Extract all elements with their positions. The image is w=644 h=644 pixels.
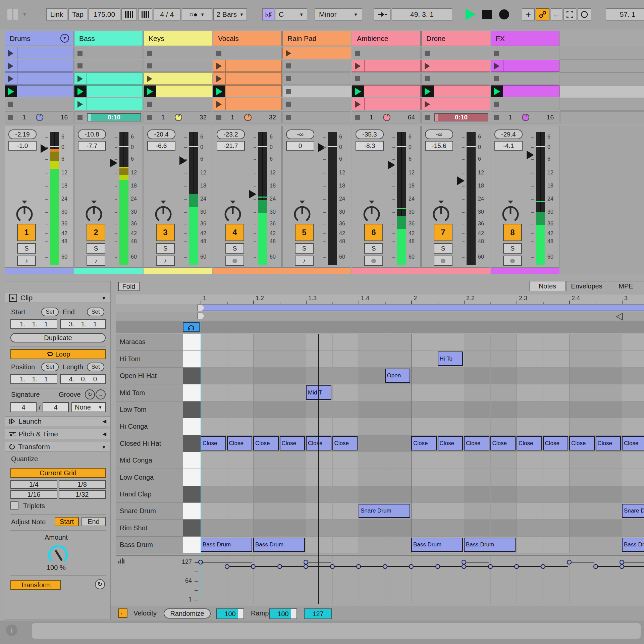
play-triangle-icon[interactable] — [8, 88, 14, 95]
clip-play-triangle-icon[interactable] — [8, 50, 13, 57]
back-to-arrangement-button[interactable]: ← — [551, 8, 562, 20]
collapse-triangle-icon[interactable]: ▼ — [101, 295, 106, 301]
midi-note[interactable]: Close — [201, 436, 226, 450]
clip-slot[interactable] — [421, 85, 490, 97]
tap-tempo-button[interactable]: Tap — [68, 8, 87, 20]
solo-button[interactable]: S — [17, 243, 36, 254]
level-meter[interactable] — [189, 132, 198, 265]
clip-slot[interactable] — [5, 85, 73, 97]
clip-play-triangle-icon[interactable] — [355, 101, 361, 108]
clip-slot[interactable] — [421, 60, 490, 72]
track-number-button[interactable]: 6 — [364, 224, 383, 241]
midi-note[interactable]: Close — [438, 436, 463, 450]
clip-stop-button[interactable] — [147, 63, 152, 68]
white-key-cell[interactable] — [183, 503, 201, 520]
root-note-menu[interactable]: C ▼ — [275, 8, 307, 20]
tab-envelopes[interactable]: Envelopes — [566, 281, 607, 291]
midi-note[interactable]: Snare Drum — [359, 504, 410, 518]
quantize-1-16-button[interactable]: 1/16 — [10, 490, 57, 499]
clip-stop-button[interactable] — [494, 76, 499, 81]
refresh-icon[interactable]: ↻ — [95, 579, 105, 589]
scene-row[interactable] — [560, 98, 644, 111]
peak-level-display[interactable]: -10.8 — [78, 129, 106, 139]
clip-slot[interactable] — [491, 60, 559, 72]
clip-stop-button[interactable] — [77, 63, 83, 68]
track-number-button[interactable]: 2 — [87, 224, 105, 241]
note-grid-row[interactable] — [201, 452, 644, 469]
nudge-down-icon[interactable] — [121, 8, 137, 20]
note-grid-row[interactable] — [201, 418, 644, 435]
solo-button[interactable]: S — [87, 243, 105, 254]
ramp-start-field[interactable]: 100 — [269, 608, 297, 619]
tab-mpe[interactable]: MPE — [608, 281, 644, 291]
duplicate-button[interactable]: Duplicate — [10, 333, 106, 342]
clip-slot[interactable] — [421, 47, 490, 59]
black-key-cell[interactable] — [183, 435, 201, 452]
volume-field[interactable]: -4.1 — [494, 141, 523, 151]
velocity-marker[interactable] — [462, 560, 466, 565]
amount-knob[interactable] — [46, 542, 70, 564]
clip-slot[interactable] — [491, 72, 559, 85]
track-stop-button[interactable] — [286, 115, 291, 120]
clip-slot[interactable] — [213, 85, 282, 97]
midi-arm-note-icon[interactable]: ♪ — [295, 256, 314, 266]
clip-stop-button[interactable] — [147, 51, 152, 56]
midi-note[interactable]: Close — [622, 436, 644, 450]
draw-mode-button[interactable] — [564, 8, 576, 20]
time-signature-field[interactable]: 4 / 4 — [154, 8, 180, 20]
drum-row-label[interactable]: Closed Hi Hat — [116, 435, 183, 452]
midi-note[interactable]: Close — [569, 436, 595, 450]
arm-button-audio[interactable] — [364, 256, 383, 266]
new-midi-track-button[interactable]: + — [522, 8, 535, 20]
position-set-button[interactable]: Set — [41, 363, 59, 371]
clip-stop-button[interactable] — [425, 51, 430, 56]
transform-section-header[interactable]: Transform ▼ — [5, 442, 110, 452]
level-meter[interactable] — [536, 132, 545, 265]
clip-stop-button[interactable] — [286, 76, 291, 81]
clip-start-field[interactable]: 1. 1. 1 — [10, 319, 57, 329]
drum-row-label[interactable]: Hi Tom — [116, 351, 183, 368]
position-field[interactable]: 1. 1. 1 — [10, 374, 57, 384]
clip-slot[interactable] — [74, 72, 143, 85]
midi-arm-note-icon[interactable]: ♪ — [87, 256, 105, 266]
pan-knob[interactable] — [223, 204, 243, 223]
clip-slot[interactable] — [144, 72, 212, 85]
length-field[interactable]: 4. 0. 0 — [60, 374, 106, 384]
clip-slot[interactable] — [352, 72, 421, 85]
clip-slot[interactable] — [213, 98, 282, 110]
clip-slot[interactable] — [282, 60, 351, 72]
clip-section-header[interactable]: ▶ Clip ▼ — [5, 293, 110, 303]
randomize-amount-field[interactable]: 100 — [216, 608, 244, 619]
clip-stop-button[interactable] — [8, 102, 13, 107]
track-number-button[interactable]: 1 — [17, 224, 36, 241]
key-signature-button[interactable]: ♭♯ — [262, 8, 274, 20]
clip-slot[interactable] — [282, 98, 351, 110]
velocity-marker[interactable] — [383, 564, 387, 569]
drum-row-label[interactable]: Low Tom — [116, 401, 183, 418]
collapse-triangle-icon[interactable]: ◀ — [102, 418, 106, 424]
solo-button[interactable]: S — [364, 243, 383, 254]
clip-slot[interactable] — [491, 98, 559, 110]
solo-button[interactable]: S — [156, 243, 175, 254]
track-stop-button[interactable] — [8, 115, 13, 120]
clip-play-triangle-icon[interactable] — [8, 75, 13, 82]
midi-note[interactable]: Hi To — [438, 352, 463, 366]
peak-level-display[interactable]: -29.4 — [494, 129, 523, 139]
fader-handle[interactable] — [110, 159, 117, 167]
clip-play-triangle-icon[interactable] — [216, 101, 222, 108]
play-triangle-icon[interactable] — [147, 88, 153, 95]
clip-play-triangle-icon[interactable] — [494, 63, 499, 69]
track-header-drums[interactable]: Drums▼ — [5, 31, 73, 46]
velocity-marker[interactable] — [541, 564, 545, 569]
velocity-marker[interactable] — [435, 564, 440, 569]
fader-handle[interactable] — [527, 151, 534, 159]
signature-denominator-field[interactable]: 4 — [43, 402, 69, 412]
quantize-1-8-button[interactable]: 1/8 — [59, 480, 106, 489]
quantization-menu[interactable]: ○● ▼ — [182, 8, 212, 20]
black-key-cell[interactable] — [183, 401, 201, 418]
solo-button[interactable]: S — [225, 243, 244, 254]
clip-slot[interactable] — [491, 47, 559, 59]
white-key-cell[interactable] — [183, 469, 201, 486]
length-set-button[interactable]: Set — [87, 363, 104, 371]
lane-toggle-button[interactable]: ← — [118, 608, 127, 618]
